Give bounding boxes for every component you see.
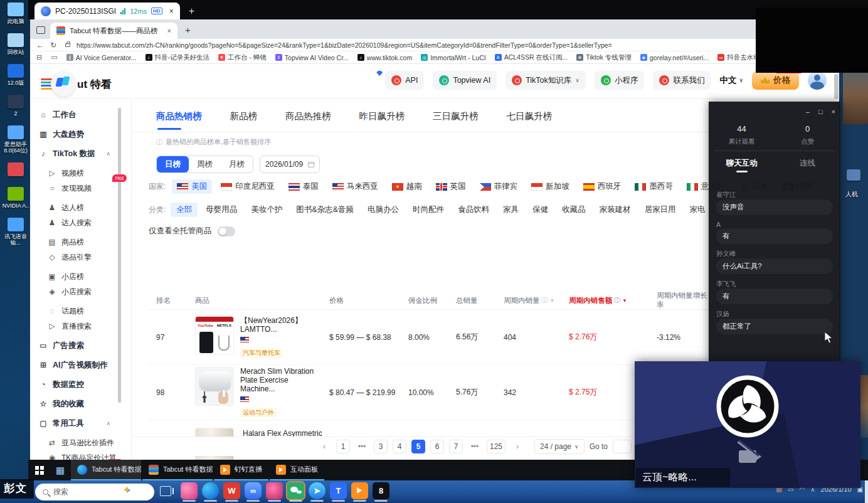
sidebar-item[interactable]: ◈ 小店搜索 <box>30 284 117 299</box>
close-tab-icon[interactable]: × <box>167 27 171 34</box>
copilot-sparkle-icon[interactable]: ✦ <box>123 484 131 495</box>
page-button[interactable]: › <box>511 440 524 453</box>
page-size-select[interactable]: 24 / page ∨ <box>534 439 585 454</box>
sidebar-item[interactable]: ♪ TikTok 数据 ∧ <box>30 146 117 161</box>
maximize-icon[interactable]: □ <box>818 108 823 115</box>
ranking-tab[interactable]: 新品榜 <box>230 110 258 130</box>
page-button[interactable]: 3 <box>374 440 388 453</box>
table-row[interactable]: 97 YouTube NETFLX <box>147 310 747 365</box>
pricing-button[interactable]: 价格 <box>752 71 799 90</box>
sidebar-item[interactable]: ◉ TK商品定价计算 New <box>30 450 117 460</box>
pinned-app-icon[interactable] <box>266 482 283 499</box>
ranking-tab[interactable]: 商品热销榜 <box>156 110 202 130</box>
desktop-icon[interactable]: 爱思助手 8.0(64位) <box>1 125 30 154</box>
new-tab-icon[interactable]: + <box>185 24 191 35</box>
product-cell[interactable]: Merach Slim Vibration Plate Exercise Mac… <box>186 367 320 418</box>
pinned-app-icon[interactable] <box>181 482 198 499</box>
close-icon[interactable]: × <box>169 7 174 16</box>
country-option[interactable]: 英国 <box>431 179 471 194</box>
country-option[interactable]: 美国 <box>172 179 212 194</box>
refresh-icon[interactable]: ↻ <box>50 41 56 50</box>
start-button[interactable] <box>28 460 50 480</box>
desktop-icon[interactable]: 12.0版 <box>1 64 30 86</box>
nav-chip[interactable]: TikTok知识库 ∨ <box>505 71 586 90</box>
sidebar-item[interactable]: ◇ 选品引擎 <box>30 250 117 265</box>
country-option[interactable]: 越南 <box>387 179 427 194</box>
period-option[interactable]: 月榜 <box>221 156 253 172</box>
table-header-cell[interactable]: 排名 <box>147 296 186 305</box>
pinned-app-icon[interactable] <box>351 482 368 499</box>
caret-down-icon[interactable]: ▼ <box>550 298 555 304</box>
bookmark-item[interactable]: ∥ AI Voice Generator... <box>66 54 137 61</box>
url-text[interactable]: https://www.tabcut.com/zh-CN/ranking/goo… <box>77 41 774 49</box>
category-option[interactable]: 全部 <box>171 203 198 217</box>
avatar[interactable] <box>808 71 827 90</box>
page-button[interactable]: 5 <box>411 440 425 453</box>
bookmark-item[interactable]: ◈ gorelay.net/#/useri... <box>640 54 709 61</box>
ranking-tab[interactable]: 商品热推榜 <box>285 110 331 130</box>
category-option[interactable]: 图书&杂志&音频 <box>290 203 359 217</box>
category-option[interactable]: 时尚配件 <box>407 203 450 217</box>
page-button[interactable]: 1 <box>336 440 350 453</box>
period-option[interactable]: 日榜 <box>157 156 189 172</box>
table-header-cell[interactable]: 商品 <box>186 296 320 305</box>
table-header-cell[interactable]: 周期内销量 ⓘ ▼ <box>495 296 560 305</box>
pinned-app-icon[interactable]: T <box>330 482 347 499</box>
site-logo[interactable]: ut 特看 <box>41 71 112 97</box>
pinned-app-icon[interactable]: W <box>223 482 240 499</box>
bookmarks-folder-icon[interactable]: ▭ <box>51 53 57 61</box>
minimize-icon[interactable]: – <box>806 108 810 115</box>
sidebar-item[interactable]: ▤ 商品榜 <box>30 235 117 250</box>
sidebar-scrollbar[interactable] <box>118 108 121 403</box>
table-header-cell[interactable]: 周期内销售额 ⓘ ▼ <box>560 296 648 305</box>
sidebar-item[interactable]: ▢ 常用工具 ∧ <box>30 416 117 431</box>
bookmark-item[interactable]: ♪ www.tiktok.com <box>357 54 412 61</box>
nav-chip[interactable]: API <box>385 71 424 90</box>
country-option[interactable]: 新加坡 <box>526 179 574 194</box>
sidebar-item[interactable]: ▭ 广告搜索 <box>30 338 117 353</box>
category-option[interactable]: 居家日用 <box>639 203 682 217</box>
sidebar-item[interactable]: ☆ 我的收藏 <box>30 396 117 411</box>
sidebar-item[interactable]: ⇄ 亚马逊比价插件 <box>30 435 117 450</box>
bookmark-item[interactable]: A ACL4SSR 在线订阅... <box>495 53 568 62</box>
country-option[interactable]: 泰国 <box>283 179 324 194</box>
country-option[interactable]: 西班牙 <box>578 179 627 194</box>
bookmark-item[interactable]: ◎ ImmortalWrt - LuCI <box>421 54 485 61</box>
sidebar-item[interactable]: ◔ 数据监控 <box>30 377 117 392</box>
taskbar-app-button[interactable]: Tabcut 特看数据... <box>71 460 141 480</box>
desktop-icon[interactable]: 2 <box>1 95 30 117</box>
desktop-icon[interactable]: NVIDIA A.. <box>1 187 30 209</box>
sidebar-item[interactable]: ○ 发现视频 <box>30 181 117 196</box>
taskbar-search[interactable]: 搜索 <box>35 484 154 500</box>
sidebar-item[interactable]: ▷ 直播搜索 <box>30 319 117 334</box>
category-option[interactable]: 电脑办公 <box>362 203 405 217</box>
bookmark-item[interactable]: ⊕ Tiktok 专线管理 <box>576 53 632 62</box>
country-option[interactable]: 菲律宾 <box>475 179 523 194</box>
browser-tab[interactable]: Tabcut 特看数据——商品榜 × <box>50 23 177 39</box>
desktop-icon[interactable]: 讯飞语音输... <box>1 218 30 246</box>
nav-chip[interactable]: Topview AI <box>433 71 497 90</box>
ranking-tab[interactable]: 三日飙升榜 <box>433 110 479 130</box>
reading-list-icon[interactable]: ⊟ <box>36 53 42 61</box>
sidebar-item[interactable]: ♟ 达人榜 <box>30 200 117 215</box>
period-option[interactable]: 周榜 <box>189 156 221 172</box>
caret-down-icon[interactable]: ▼ <box>622 298 627 304</box>
goto-page-input[interactable] <box>613 440 632 453</box>
ranking-tab[interactable]: 昨日飙升榜 <box>359 110 405 130</box>
back-icon[interactable]: ← <box>36 41 44 50</box>
tab-chat-interaction[interactable]: 聊天互动 <box>709 158 775 169</box>
remote-session-tab[interactable]: PC-20250113ISGI 12ms HD × <box>34 3 180 19</box>
sidebar-item[interactable]: ▷ 视频榜 Hot <box>30 166 117 181</box>
country-option[interactable]: 马来西亚 <box>327 179 383 194</box>
country-option[interactable]: 印度尼西亚 <box>216 179 280 194</box>
pinned-app-icon[interactable]: ➤ <box>309 482 326 499</box>
table-header-cell[interactable]: 佣金比例 <box>400 296 447 305</box>
category-option[interactable]: 母婴用品 <box>200 203 243 217</box>
bookmark-item[interactable]: ll Topview AI Video Cr... <box>275 54 349 61</box>
chevron-up-icon[interactable]: ∧ <box>106 420 110 426</box>
desktop-icon[interactable] <box>847 169 860 181</box>
category-option[interactable]: 家具 <box>497 203 524 217</box>
category-option[interactable]: 家电 <box>684 203 711 217</box>
taskbar-app-button[interactable]: 互动面板 <box>270 460 324 480</box>
sidebar-item[interactable]: ⌂ 工作台 <box>30 107 117 122</box>
